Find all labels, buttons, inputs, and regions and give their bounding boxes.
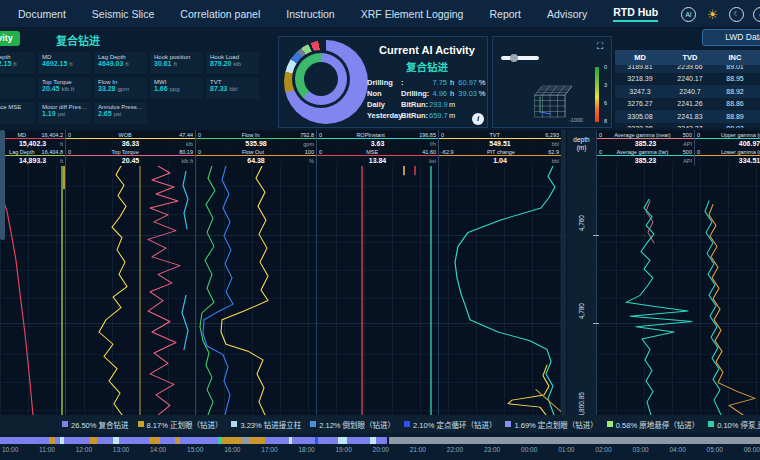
time-tick-label: 11:00: [39, 446, 55, 453]
log-curve: [508, 365, 549, 415]
wireframe-3d-view[interactable]: [529, 81, 573, 121]
timeline-segment: [338, 437, 347, 444]
top-menu-bar: DocumentSeismic SliceCorrelation panelIn…: [0, 0, 760, 28]
current-ai-activity-panel: Current AI Activity 复合钻进 Drilling: 7.75h…: [278, 36, 488, 128]
wellbore-3d-panel: ⛶ -1000 0368: [492, 36, 612, 128]
time-tick-label: 05:00: [707, 446, 723, 453]
track-headers: MD16,404.2 15,402.3ft Lag Depth16,404.8 …: [0, 130, 562, 166]
depth-tick: 4,760: [578, 215, 585, 231]
fullscreen-icon[interactable]: ⛶: [597, 42, 606, 51]
lwd-column-header: MD: [615, 53, 665, 62]
timeline-segment: [119, 437, 149, 444]
menu-item[interactable]: Seismic Slice: [92, 8, 154, 20]
legend-color-swatch: [310, 421, 316, 427]
depth-axis-title: depth: [567, 136, 596, 144]
scrollbar-thumb[interactable]: [0, 130, 5, 240]
menu-item[interactable]: Document: [18, 8, 66, 20]
kpi-tile: RPM rpm: [0, 77, 35, 99]
table-row[interactable]: 3276.272241.2688.861: [615, 98, 760, 111]
legend-color-swatch: [505, 421, 511, 427]
menu-item[interactable]: Advisory: [547, 8, 587, 20]
log-curve: [455, 166, 555, 415]
edge-cut-icon[interactable]: ◖: [753, 7, 760, 22]
ai-panel-title: Current AI Activity: [371, 44, 483, 56]
lwd-table-header: MDTVDINC: [615, 50, 760, 65]
table-row[interactable]: 3218.392240.1788.951: [615, 73, 760, 86]
time-tick-label: 14:00: [150, 446, 166, 453]
drilling-mode-label: 复合钻进: [56, 32, 100, 48]
depth-scrollbar[interactable]: [561, 130, 566, 415]
gamma-curve: [646, 201, 654, 243]
rtd-hub-dashboard: DocumentSeismic SliceCorrelation panelIn…: [0, 0, 760, 460]
colorbar-labels: 0368: [604, 64, 607, 124]
legend-item: 3.23% 钻进接立柱: [231, 419, 301, 430]
activity-legend: 26.50% 复合钻进 8.17% 正划眼（钻进） 3.23% 钻进接立柱 2.…: [0, 415, 760, 433]
menu-item[interactable]: Correlation panel: [180, 8, 260, 20]
kpi-tile: Surface MSE Ksi: [0, 102, 35, 124]
info-icon[interactable]: i: [472, 113, 484, 125]
timeline-segment: [376, 437, 387, 444]
kpi-tile: Annulus Pressure... 2.65psi: [94, 102, 147, 124]
depth-axis-column: depth (m): [567, 130, 597, 415]
menu-item[interactable]: Report: [489, 8, 521, 20]
kpi-tile: Motor diff Pressure 1.19psi: [38, 102, 91, 124]
timeline-segment: [180, 437, 218, 444]
view-slider[interactable]: [501, 56, 539, 60]
kpi-tile: Bit Depth 4692.15ft: [0, 52, 35, 74]
timeline-segment: [347, 437, 370, 444]
log-curve: [221, 166, 268, 415]
legend-color-swatch: [607, 421, 613, 427]
timeline-segment: [292, 437, 315, 444]
kpi-tile: MD 4692.15ft: [38, 52, 91, 74]
timeline-segment: [0, 437, 49, 444]
lwd-data-button[interactable]: LWD Data: [702, 29, 760, 46]
time-tick-label: 19:00: [336, 446, 352, 453]
time-tick-label: 12:00: [76, 446, 92, 453]
ai-assistant-icon[interactable]: AI: [681, 7, 696, 22]
kpi-tile: Top Torque 20.45klb.ft: [38, 77, 91, 99]
timeline-segment: [242, 437, 250, 444]
time-axis: 10:0011:0012:0013:0014:0015:0016:0017:00…: [2, 446, 760, 453]
slider-knob[interactable]: [510, 54, 518, 62]
lwd-column-header: INC: [715, 53, 755, 62]
time-tick-label: 03:00: [632, 446, 648, 453]
legend-item: 2.10% 定点循环（钻进）: [404, 419, 496, 430]
menu-item[interactable]: Instruction: [286, 8, 334, 20]
theme-moon-icon[interactable]: ☾: [729, 7, 744, 22]
legend-item: 2.12% 倒划眼（钻进）: [310, 419, 395, 430]
legend-item: 0.58% 原地悬停（钻进）: [607, 419, 699, 430]
timeline-segment: [265, 437, 289, 444]
ai-panel-mode: 复合钻进: [371, 59, 483, 74]
menu-item[interactable]: XRF Element Logging: [361, 8, 464, 20]
time-tick-label: 04:00: [669, 446, 685, 453]
legend-color-swatch: [404, 421, 410, 427]
ai-stat-row: DailyBitRun: 293.9m: [367, 99, 487, 110]
time-tick-label: 18:00: [298, 446, 314, 453]
gamma-curve: [626, 199, 692, 415]
table-row[interactable]: 3247.32240.788.921: [615, 85, 760, 98]
menu-item[interactable]: RTD Hub: [613, 6, 658, 22]
time-tick-label: 21:00: [410, 446, 426, 453]
activity-timeline-strip[interactable]: [0, 437, 760, 444]
kpi-tile: Lag Depth 4649.03ft: [94, 52, 147, 74]
table-row[interactable]: 3333.382242.3788.922: [615, 123, 760, 129]
theme-sun-icon[interactable]: ☀: [705, 7, 720, 22]
kpi-tile: MWI 1.66ppg: [150, 77, 203, 99]
table-row[interactable]: 3305.082241.8388.891: [615, 110, 760, 123]
time-tick-label: 06:00: [744, 446, 760, 453]
track-header: 0WOB47.44 36.33klb 0Top Torque80.19 20.4…: [66, 130, 196, 166]
log-curve: [99, 166, 127, 415]
track-header: 0ROPInstant196.85 3.63f/h 0MSE41.60 13.8…: [317, 130, 439, 166]
gamma-track-headers: 0Average gamma (near)500 385.23API 0Aver…: [597, 130, 760, 166]
log-curve: [182, 295, 188, 349]
lwd-data-table: MDTVDINC 3189.812239.6689.01 3218.392240…: [615, 50, 760, 128]
gamma-track-header: 0Average gamma (near)500 385.23API 0Aver…: [597, 130, 695, 166]
time-tick-label: 10:00: [2, 446, 18, 453]
legend-color-swatch: [62, 421, 68, 427]
track-header: 0TVT6,293 549.51bbl -62.9PIT change62.9 …: [439, 130, 562, 166]
legend-item: 1.69% 定点划眼（钻进）: [505, 419, 597, 430]
log-curve: [536, 390, 562, 413]
axis-value-label: -1000: [569, 117, 583, 123]
lwd-column-header: TVD: [665, 53, 715, 62]
timeline-segment: [90, 437, 98, 444]
